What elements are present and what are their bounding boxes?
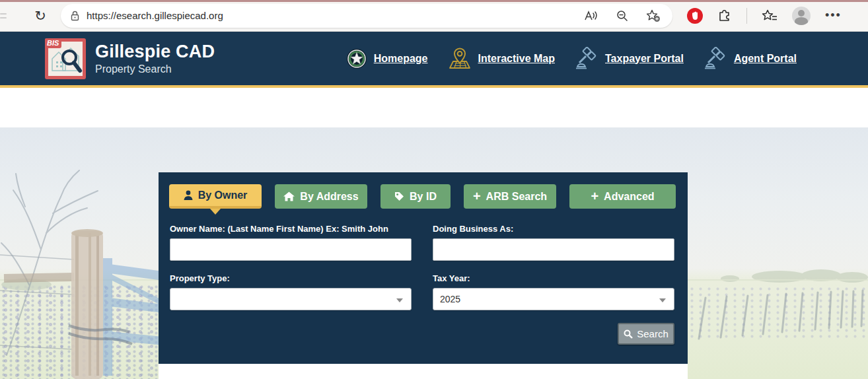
map-pin-icon <box>448 47 472 71</box>
search-button-label: Search <box>637 328 669 339</box>
address-bar[interactable]: https://esearch.gillespiecad.org <box>61 4 672 28</box>
history-stub-icon <box>0 9 9 22</box>
property-search-panel: By Owner By Address By ID + ARB Search + <box>159 172 688 364</box>
collections-icon[interactable] <box>762 9 778 22</box>
tab-arb-search[interactable]: + ARB Search <box>464 184 556 209</box>
profile-avatar[interactable] <box>792 7 811 25</box>
zoom-out-icon[interactable] <box>616 9 629 22</box>
tab-by-address[interactable]: By Address <box>275 184 367 209</box>
lock-icon[interactable] <box>70 11 80 21</box>
nav-item-agent-portal[interactable]: Agent Portal <box>704 47 797 71</box>
read-aloud-icon[interactable] <box>584 10 598 22</box>
nav-item-interactive-map[interactable]: Interactive Map <box>448 47 555 71</box>
tab-by-id[interactable]: By ID <box>380 184 451 209</box>
main-nav: Homepage Interactive Map Taxpayer Portal… <box>346 47 797 71</box>
plus-icon: + <box>473 190 481 203</box>
page-title: Gillespie CAD <box>95 42 215 62</box>
nav-item-taxpayer-portal[interactable]: Taxpayer Portal <box>575 47 684 71</box>
tab-by-owner[interactable]: By Owner <box>169 184 262 209</box>
tab-advanced[interactable]: + Advanced <box>569 184 676 209</box>
nav-label-interactive-map[interactable]: Interactive Map <box>478 53 555 65</box>
tax-year-label: Tax Year: <box>433 273 674 283</box>
tab-label: By Address <box>300 191 358 203</box>
settings-ellipsis-icon[interactable]: ••• <box>825 9 842 22</box>
window-accent-strip <box>0 0 868 2</box>
add-favorite-icon[interactable] <box>646 9 661 22</box>
gavel-icon <box>704 47 727 71</box>
nav-label-agent-portal[interactable]: Agent Portal <box>734 53 797 65</box>
nav-label-homepage[interactable]: Homepage <box>374 53 428 65</box>
home-icon <box>283 191 295 201</box>
dba-label: Doing Business As: <box>433 224 674 234</box>
seal-star-icon <box>346 48 367 69</box>
toolbar-divider <box>746 8 747 24</box>
site-header: BIS Gillespie CAD Property Search Homepa… <box>0 32 868 88</box>
dba-input[interactable] <box>433 238 674 261</box>
content-top-band <box>0 88 868 127</box>
owner-name-input[interactable] <box>170 238 412 261</box>
panel-underlay <box>159 364 688 379</box>
nav-item-homepage[interactable]: Homepage <box>346 48 428 69</box>
search-tabs: By Owner By Address By ID + ARB Search + <box>159 172 688 209</box>
tab-label: By ID <box>410 191 437 203</box>
gavel-icon <box>575 47 598 71</box>
tax-year-value: 2025 <box>440 294 460 304</box>
property-type-select[interactable] <box>170 288 412 310</box>
bis-logo[interactable]: BIS <box>45 38 86 79</box>
plus-icon: + <box>591 190 598 203</box>
tab-label: ARB Search <box>486 191 547 203</box>
tab-label: Advanced <box>604 191 654 203</box>
tax-year-select[interactable]: 2025 <box>433 288 674 310</box>
hero-photo-bluebonnet-field: By Owner By Address By ID + ARB Search + <box>0 127 868 379</box>
adblock-icon[interactable] <box>687 8 703 24</box>
user-icon <box>184 190 193 200</box>
owner-name-label: Owner Name: (Last Name First Name) Ex: S… <box>170 224 412 234</box>
logo-bis-text: BIS <box>45 38 61 48</box>
nav-label-taxpayer-portal[interactable]: Taxpayer Portal <box>605 53 684 65</box>
page-subtitle: Property Search <box>95 63 215 75</box>
browser-chrome: ↻ https://esearch.gillespiecad.org <box>0 0 868 32</box>
extensions-icon[interactable] <box>717 9 732 23</box>
search-icon <box>624 329 633 339</box>
url-text[interactable]: https://esearch.gillespiecad.org <box>87 10 584 21</box>
refresh-icon[interactable]: ↻ <box>29 5 52 27</box>
owner-search-form: Owner Name: (Last Name First Name) Ex: S… <box>159 209 688 310</box>
tab-label: By Owner <box>198 190 248 201</box>
tag-icon <box>394 191 404 201</box>
property-type-label: Property Type: <box>170 273 412 283</box>
search-button[interactable]: Search <box>618 323 674 345</box>
